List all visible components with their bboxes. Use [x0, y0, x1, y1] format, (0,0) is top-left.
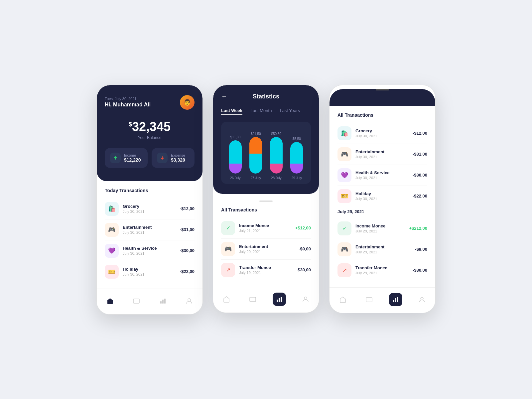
- tx-name: Holiday: [355, 191, 409, 196]
- all-transactions-title: All Transactions: [337, 112, 427, 118]
- phone-statistics: ← Statistics Last Week Last Month Last Y…: [213, 85, 319, 313]
- income-monee-icon: ✓: [337, 221, 351, 235]
- avatar[interactable]: 👨: [180, 95, 195, 110]
- tx-amount: -$30,00: [413, 173, 427, 178]
- bar-top-1: [229, 140, 242, 164]
- tx-name: Entertainment: [355, 149, 409, 154]
- back-button[interactable]: ←: [221, 93, 227, 100]
- nav-chart-active[interactable]: [389, 293, 402, 306]
- holiday-icon: 🎫: [105, 265, 119, 279]
- tx-name: Income Monee: [355, 223, 405, 228]
- currency-symbol: $: [129, 121, 132, 128]
- tx-amount: -$12,00: [413, 131, 427, 136]
- table-row: 🎮 Entertainment July 29, 2021 -$9,00: [337, 239, 427, 260]
- tx-date: July 29, 2021: [355, 250, 411, 254]
- screens-container: Tues, July 30, 2021 Hi, Muhammad Ali 👨 $…: [96, 85, 436, 315]
- tx-info: Entertainment July 29, 2021: [355, 244, 411, 254]
- svg-point-4: [188, 299, 191, 301]
- today-transactions-title: Today Transactions: [105, 188, 195, 193]
- tx-info: Health & Service July 30, 2021: [123, 246, 176, 255]
- tx-name: Transfer Monee: [355, 265, 409, 270]
- tx-name: Entertainment: [239, 244, 295, 249]
- bar-top-4: [290, 142, 303, 164]
- tx-name: Health & Service: [123, 246, 176, 251]
- tx-date: July 30, 2021: [355, 176, 409, 180]
- expense-label: Expense: [171, 153, 185, 157]
- bar-group-3: $50,50: [270, 132, 283, 174]
- tab-last-month[interactable]: Last Month: [250, 107, 272, 115]
- top-bar: Tues, July 30, 2021 Hi, Muhammad Ali 👨: [105, 95, 195, 110]
- health-icon: 💜: [105, 244, 119, 258]
- nav-chart[interactable]: [156, 294, 170, 308]
- svg-rect-11: [393, 300, 394, 302]
- table-row: 🛍️ Grocery July 30, 2021 -$12,00: [337, 123, 427, 144]
- tx-date: July 21, 2021: [239, 229, 291, 233]
- table-row: 🎫 Holiday July 30, 2021 -$22,00: [337, 186, 427, 206]
- table-row: ✓ Income Monee July 21, 2021 +$12,00: [221, 218, 311, 239]
- svg-point-14: [421, 297, 423, 300]
- tx-info: Holiday July 30, 2021: [355, 191, 409, 201]
- bar-4: [290, 142, 303, 174]
- tx-name: Income Monee: [239, 223, 291, 228]
- income-text: Income $12,220: [124, 153, 141, 163]
- table-row: ↗ Transfer Monee July 19, 2021 -$30,00: [221, 260, 311, 280]
- expense-card: Expense $3,320: [152, 148, 195, 168]
- bar-label-1: $11,30: [230, 135, 240, 139]
- nav-wallet[interactable]: [362, 293, 376, 306]
- nav-home[interactable]: [220, 293, 233, 306]
- nav-wallet[interactable]: [246, 293, 259, 306]
- income-label: Income: [124, 153, 141, 157]
- statistics-title: Statistics: [253, 93, 279, 100]
- tab-last-years[interactable]: Last Years: [280, 107, 300, 115]
- tx-amount: -$30,00: [413, 268, 427, 273]
- nav-home[interactable]: [336, 293, 349, 306]
- bar-date-2: 27 July: [249, 176, 262, 180]
- svg-rect-1: [160, 301, 162, 304]
- drag-handle: [259, 200, 273, 202]
- bar-date-1: 26 July: [229, 176, 242, 180]
- bar-group-2: $21,50: [249, 132, 262, 174]
- tx-date: July 29, 2021: [355, 271, 409, 275]
- expense-icon: [157, 153, 168, 163]
- tx-amount: -$30,00: [180, 248, 195, 253]
- tx-amount: -$22,00: [413, 194, 427, 199]
- tx-date: July 30, 2021: [355, 197, 409, 201]
- tx-info: Transfer Monee July 29, 2021: [355, 265, 409, 275]
- entertainment-icon: 🎮: [337, 242, 351, 256]
- tx-date: July 29, 2021: [355, 229, 405, 233]
- nav-profile[interactable]: [415, 293, 429, 306]
- bar-date-3: 28 July: [270, 176, 283, 180]
- table-row: 💜 Health & Service July 30, 2021 -$30,00: [105, 240, 195, 261]
- tx-name: Holiday: [123, 267, 176, 272]
- tx-name: Health & Service: [355, 170, 409, 175]
- svg-point-9: [304, 297, 307, 300]
- tx-amount: -$31,00: [413, 152, 427, 157]
- bars-container: $11,30 $21,50: [225, 127, 307, 174]
- tx-info: Holiday July 30, 2021: [123, 267, 176, 276]
- chart-area: $11,30 $21,50: [221, 122, 311, 184]
- nav-chart-active[interactable]: [273, 293, 286, 306]
- health-icon: 💜: [337, 168, 351, 182]
- bar-label-3: $50,50: [271, 132, 281, 136]
- grocery-icon: 🛍️: [337, 126, 351, 140]
- tx-name: Grocery: [355, 128, 409, 133]
- nav-profile[interactable]: [299, 293, 312, 306]
- transaction-list-4: ✓ Income Monee July 29, 2021 +$212,00 🎮 …: [337, 218, 427, 281]
- nav-home[interactable]: [103, 294, 117, 308]
- nav-profile[interactable]: [183, 294, 196, 308]
- svg-rect-3: [164, 299, 166, 304]
- income-monee-icon: ✓: [221, 221, 235, 235]
- nav-wallet[interactable]: [130, 294, 143, 308]
- svg-rect-5: [250, 297, 256, 302]
- balance-label: Your Balance: [105, 135, 195, 140]
- tab-last-week[interactable]: Last Week: [221, 107, 242, 115]
- tx-date: July 30, 2021: [355, 134, 409, 138]
- date-text: Tues, July 30, 2021: [105, 97, 151, 101]
- tx-date: July 30, 2021: [123, 209, 176, 213]
- tx-name: Transfer Monee: [239, 265, 292, 270]
- tx-amount: +$12,00: [295, 225, 311, 230]
- tx-date: July 30, 2021: [123, 230, 176, 234]
- tx-info: Income Monee July 21, 2021: [239, 223, 291, 233]
- phone-dashboard: Tues, July 30, 2021 Hi, Muhammad Ali 👨 $…: [96, 85, 203, 315]
- balance-amount: $32,345: [105, 120, 195, 134]
